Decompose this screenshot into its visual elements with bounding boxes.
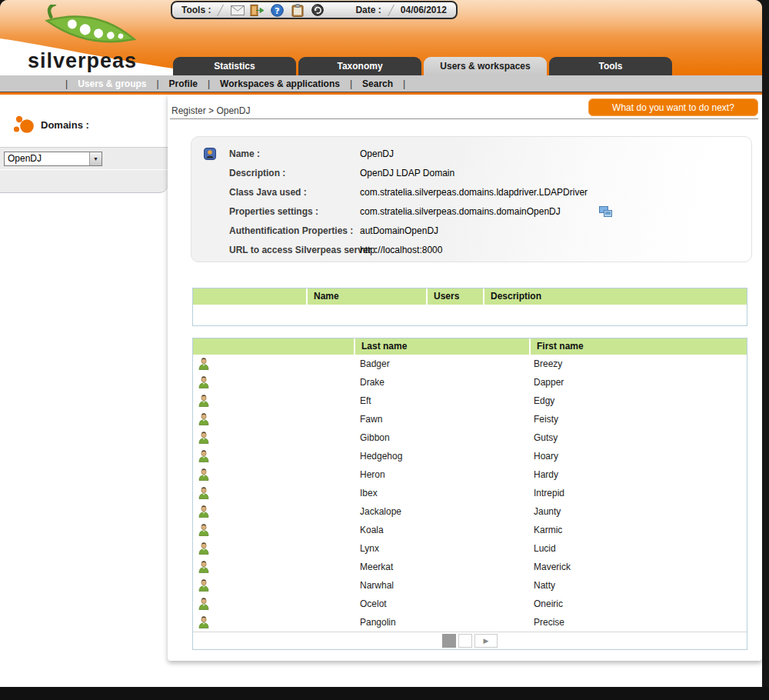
screens-icon[interactable] — [599, 206, 612, 217]
info-label: Authentification Properties : — [229, 225, 360, 236]
table-row[interactable]: Narwhal Natty — [193, 576, 747, 595]
sidebar-band — [0, 170, 168, 193]
help-icon[interactable]: ? — [270, 4, 285, 17]
user-first-name: Hardy — [528, 469, 747, 480]
table-row[interactable]: Eft Edgy — [193, 392, 747, 410]
user-icon-cell — [193, 616, 354, 628]
users-header-blank — [193, 338, 354, 355]
groups-table: Name Users Description — [192, 288, 747, 326]
info-label: Name : — [229, 148, 360, 159]
table-row[interactable]: Jackalope Jaunty — [193, 502, 747, 521]
table-row[interactable]: Heron Hardy — [193, 465, 747, 484]
table-row[interactable]: Pangolin Precise — [193, 613, 747, 632]
user-first-name: Lucid — [528, 543, 747, 554]
info-label: Description : — [229, 168, 360, 178]
page-button[interactable] — [442, 634, 456, 648]
user-first-name: Hoary — [528, 451, 747, 462]
table-row[interactable]: Ocelot Oneiric — [193, 595, 747, 613]
user-last-name: Narwhal — [354, 580, 528, 591]
table-row[interactable]: Drake Dapper — [193, 373, 747, 392]
user-first-name: Edgy — [528, 395, 747, 406]
breadcrumb-root[interactable]: Register — [171, 105, 206, 116]
logout-icon[interactable] — [250, 4, 265, 17]
user-last-name: Fawn — [354, 414, 528, 425]
user-icon — [198, 579, 209, 592]
toolbar-divider — [217, 5, 224, 16]
page-button[interactable] — [458, 634, 472, 648]
domain-info-row: Description : OpenDJ LDAP Domain — [204, 163, 739, 182]
subnav-item[interactable]: Users & groups — [78, 78, 146, 89]
tab[interactable]: Statistics — [173, 57, 296, 75]
user-icon-cell — [193, 376, 354, 388]
info-value: com.stratelia.silverpeas.domains.domainO… — [360, 206, 561, 217]
clipboard-icon[interactable] — [290, 4, 305, 17]
user-first-name: Feisty — [528, 414, 747, 425]
info-value: OpenDJ LDAP Domain — [360, 168, 454, 178]
info-lead — [204, 148, 229, 160]
user-icon-cell — [193, 505, 354, 518]
groups-header-blank — [193, 288, 306, 305]
users-table-header: Last name First name — [193, 338, 747, 355]
orange-dots-icon — [11, 115, 34, 135]
mail-icon[interactable] — [230, 4, 245, 17]
user-last-name: Koala — [354, 525, 528, 535]
domains-title: Domains : — [41, 119, 89, 131]
table-row[interactable]: Meerkat Maverick — [193, 558, 747, 576]
pagination: ▶ — [193, 632, 747, 649]
table-row[interactable]: Gibbon Gutsy — [193, 428, 747, 447]
table-row[interactable]: Lynx Lucid — [193, 539, 747, 558]
subnav-item[interactable]: Profile — [169, 78, 198, 89]
subnav-separator: | — [403, 78, 405, 89]
user-first-name: Gutsy — [528, 432, 747, 443]
subnav-bar: | Users & groups | Profile | Workspaces … — [0, 75, 762, 92]
user-first-name: Intrepid — [528, 488, 747, 498]
breadcrumb: Register > OpenDJ — [171, 105, 250, 116]
subnav-item[interactable]: Search — [362, 78, 393, 89]
domain-info-row: Name : OpenDJ — [204, 144, 739, 163]
table-row[interactable]: Fawn Feisty — [193, 410, 747, 428]
table-row[interactable]: Ibex Intrepid — [193, 484, 747, 502]
users-table: Last name First name — [192, 338, 747, 650]
domain-select-value: OpenDJ — [5, 152, 89, 165]
tab-label: Taxonomy — [337, 61, 382, 72]
user-icon — [198, 450, 209, 462]
user-first-name: Maverick — [528, 562, 747, 572]
silverpeas-logo-icon — [37, 5, 145, 54]
user-last-name: Badger — [354, 358, 528, 369]
user-icon-cell — [193, 598, 354, 610]
user-first-name: Natty — [528, 580, 747, 591]
table-row[interactable]: Hedgehog Hoary — [193, 447, 747, 465]
info-label: URL to access Silverpeas server : — [229, 245, 360, 255]
table-row[interactable]: Badger Breezy — [193, 355, 747, 373]
subnav-separator: | — [156, 78, 158, 89]
page: silverpeas Tools : ? — [0, 0, 769, 700]
user-icon — [198, 598, 209, 610]
user-icon-cell — [193, 432, 354, 444]
subnav-unit: Profile | — [169, 78, 220, 89]
user-icon — [198, 395, 209, 407]
user-first-name: Breezy — [528, 358, 747, 369]
groups-table-header: Name Users Description — [193, 288, 747, 305]
tab[interactable]: Tools — [549, 57, 672, 75]
user-icon — [198, 487, 209, 499]
groups-header-users: Users — [428, 288, 483, 305]
domain-info-row: URL to access Silverpeas server : http:/… — [204, 240, 739, 259]
tab[interactable]: Users & workspaces — [424, 57, 547, 75]
user-icon-cell — [193, 395, 354, 407]
next-page-button[interactable]: ▶ — [474, 634, 498, 648]
user-icon — [198, 542, 209, 555]
date-label: Date : — [355, 5, 381, 15]
info-label: Properties settings : — [229, 206, 360, 217]
user-first-name: Jaunty — [528, 506, 747, 517]
table-row[interactable]: Koala Karmic — [193, 521, 747, 539]
user-icon-cell — [193, 542, 354, 555]
tab[interactable]: Taxonomy — [298, 57, 421, 75]
user-last-name: Drake — [354, 377, 528, 388]
refresh-icon[interactable] — [310, 4, 325, 17]
domain-select[interactable]: OpenDJ ▼ — [4, 152, 102, 166]
subnav-item[interactable]: Workspaces & applications — [220, 78, 340, 89]
user-first-name: Oneiric — [528, 598, 747, 609]
what-next-button[interactable]: What do you want to do next? — [588, 98, 758, 116]
domain-icon — [204, 148, 216, 160]
user-first-name: Karmic — [528, 525, 747, 535]
